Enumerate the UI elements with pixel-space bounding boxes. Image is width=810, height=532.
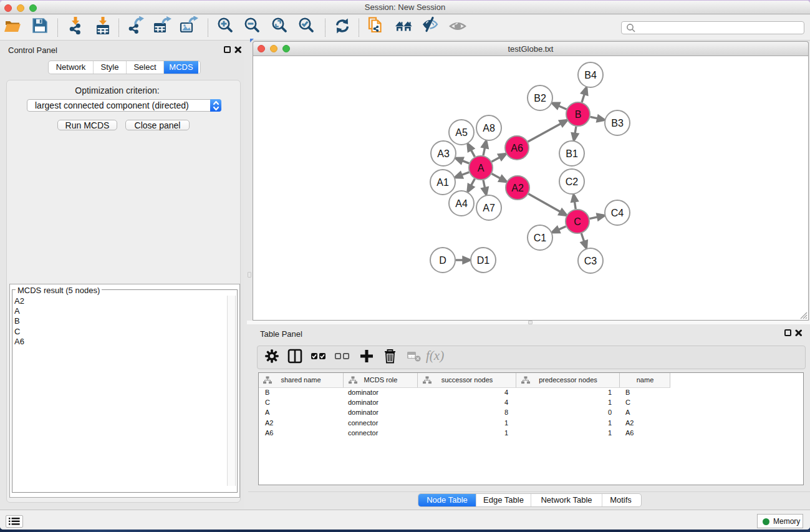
svg-text:B: B xyxy=(575,109,582,120)
svg-text:A: A xyxy=(478,163,485,173)
svg-text:D: D xyxy=(439,255,446,266)
svg-text:A8: A8 xyxy=(483,123,495,133)
svg-text:C2: C2 xyxy=(566,177,579,187)
svg-text:C1: C1 xyxy=(534,233,547,243)
svg-text:D1: D1 xyxy=(477,255,490,266)
svg-text:A3: A3 xyxy=(437,148,450,159)
svg-text:A1: A1 xyxy=(436,177,449,188)
svg-text:A4: A4 xyxy=(455,198,468,209)
svg-text:A7: A7 xyxy=(483,203,495,213)
svg-text:C: C xyxy=(574,216,581,227)
svg-text:C4: C4 xyxy=(611,208,624,218)
svg-text:A2: A2 xyxy=(511,183,524,193)
svg-text:B4: B4 xyxy=(584,70,597,80)
svg-text:B2: B2 xyxy=(534,93,546,104)
svg-text:B3: B3 xyxy=(611,118,624,128)
svg-text:f(x): f(x) xyxy=(426,348,444,363)
svg-text:B1: B1 xyxy=(566,148,578,159)
svg-text:A6: A6 xyxy=(511,143,523,153)
svg-text:C3: C3 xyxy=(584,256,597,266)
svg-text:A5: A5 xyxy=(455,127,468,138)
